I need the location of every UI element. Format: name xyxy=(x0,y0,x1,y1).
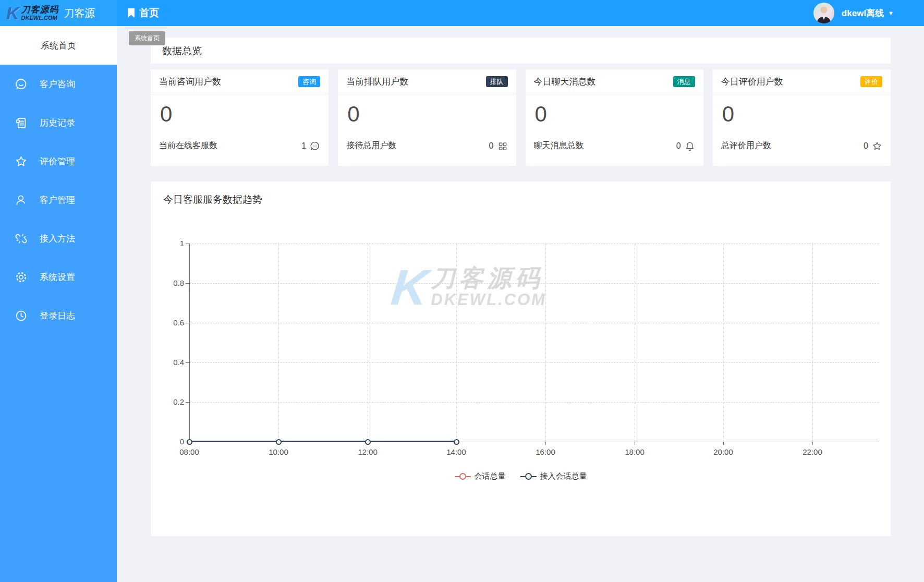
stat-sub-row: 聊天消息总数 0 xyxy=(526,140,703,151)
nav-home-tab[interactable]: 首页 xyxy=(127,0,159,26)
user-name-status: dkewl离线 xyxy=(842,7,884,19)
legend-line xyxy=(466,476,471,477)
chart-legend: 会话总量 接入会话总量 xyxy=(151,471,891,481)
trend-chart-card: 今日客服服务数据趋势 K 刀客源码 DKEWL.COM xyxy=(151,181,891,536)
stat-card-header: 今日评价用户数 评价 xyxy=(713,69,891,94)
x-axis-label: 10:00 xyxy=(262,447,295,456)
bell-icon xyxy=(685,141,695,151)
sidebar-item-rating-management[interactable]: 评价管理 xyxy=(0,142,117,180)
legend-circle-icon xyxy=(525,473,532,480)
h-gridline xyxy=(189,323,879,323)
sidebar: 系统首页 客户咨询 历史记录 评价管理 xyxy=(0,26,117,582)
x-axis-label: 22:00 xyxy=(796,447,829,456)
stat-card-header: 今日聊天消息数 消息 xyxy=(526,69,703,94)
y-tick xyxy=(186,402,189,403)
sidebar-item-login-log[interactable]: 登录日志 xyxy=(0,296,117,335)
status-badge: 消息 xyxy=(673,76,695,88)
sidebar-item-label: 客户管理 xyxy=(40,194,75,206)
star-icon xyxy=(872,141,882,151)
stat-value: 0 xyxy=(713,94,891,126)
legend-circle-icon xyxy=(459,473,466,480)
y-axis-label: 0.6 xyxy=(158,319,184,327)
breadcrumb-tooltip: 系统首页 xyxy=(129,31,165,45)
broken-link-icon xyxy=(15,232,28,245)
legend-line xyxy=(532,476,537,477)
legend-label: 会话总量 xyxy=(475,471,506,481)
sidebar-item-history[interactable]: 历史记录 xyxy=(0,103,117,142)
stat-sub-label: 接待总用户数 xyxy=(346,140,396,151)
chat-smile-icon xyxy=(310,141,320,151)
stat-card-header: 当前排队用户数 排队 xyxy=(338,69,516,94)
sidebar-item-customer-consult[interactable]: 客户咨询 xyxy=(0,65,117,103)
stat-sub-label: 总评价用户数 xyxy=(721,140,771,151)
legend-line xyxy=(455,476,459,477)
sidebar-item-label: 评价管理 xyxy=(40,155,75,167)
status-badge: 评价 xyxy=(860,76,882,88)
watermark: K 刀客源码 DKEWL.COM xyxy=(392,264,546,311)
user-menu[interactable]: dkewl离线 ▼ xyxy=(813,0,894,26)
h-gridline xyxy=(189,244,879,244)
x-axis-label: 12:00 xyxy=(351,447,384,456)
y-axis-label: 1 xyxy=(158,239,184,248)
stat-card-queue-users: 当前排队用户数 排队 0 接待总用户数 0 xyxy=(338,69,516,166)
stat-sub-label: 聊天消息总数 xyxy=(534,140,584,151)
brand-text: 刀客源码 DKEWL.COM xyxy=(21,5,59,21)
sidebar-item-label: 系统设置 xyxy=(40,271,75,283)
stat-card-title: 当前排队用户数 xyxy=(346,76,408,88)
stat-sub-row: 总评价用户数 0 xyxy=(713,140,891,151)
stat-card-header: 当前咨询用户数 咨询 xyxy=(151,69,329,94)
legend-item-session-total[interactable]: 会话总量 xyxy=(455,471,506,481)
sidebar-item-access-method[interactable]: 接入方法 xyxy=(0,219,117,258)
brand-k-icon: K xyxy=(6,4,19,22)
data-point xyxy=(454,439,459,445)
v-gridline xyxy=(368,244,368,442)
v-gridline xyxy=(812,244,813,442)
chevron-down-icon: ▼ xyxy=(888,10,894,16)
chat-smile-icon xyxy=(15,78,28,91)
y-axis-label: 0.8 xyxy=(158,279,184,287)
sidebar-item-system-settings[interactable]: 系统设置 xyxy=(0,258,117,296)
x-axis-label: 08:00 xyxy=(173,447,206,456)
logo[interactable]: K 刀客源码 DKEWL.COM 刀客源 xyxy=(0,0,117,26)
stat-sub-value: 0 xyxy=(676,141,681,151)
site-name: 刀客源 xyxy=(64,6,95,20)
v-gridline xyxy=(456,244,457,442)
stat-card-title: 今日评价用户数 xyxy=(721,76,783,88)
y-axis-line xyxy=(189,244,190,442)
stat-cards-row: 当前咨询用户数 咨询 0 当前在线客服数 1 当前排队用户 xyxy=(151,69,891,166)
watermark-k-icon: K xyxy=(389,264,430,311)
h-gridline xyxy=(189,362,879,363)
x-tick xyxy=(812,442,813,445)
gear-icon xyxy=(15,271,28,284)
x-axis-label: 18:00 xyxy=(618,447,651,456)
y-tick xyxy=(186,244,189,244)
app-root: K 刀客源码 DKEWL.COM 刀客源 首页 dkewl离线 ▼ xyxy=(0,0,924,582)
bookmark-icon xyxy=(127,8,135,18)
v-gridline xyxy=(723,244,724,442)
h-gridline xyxy=(189,402,879,403)
h-gridline xyxy=(189,283,879,284)
clock-icon xyxy=(15,309,28,322)
stat-value: 0 xyxy=(526,94,703,126)
legend-item-joined-session-total[interactable]: 接入会话总量 xyxy=(520,471,587,481)
x-axis-label: 16:00 xyxy=(529,447,562,456)
brand-name-cn: 刀客源码 xyxy=(21,5,59,14)
nav-home-label: 首页 xyxy=(139,6,159,20)
stat-card-title: 当前咨询用户数 xyxy=(159,76,221,88)
star-icon xyxy=(15,155,28,168)
y-axis-label: 0 xyxy=(158,438,184,446)
sidebar-item-customer-management[interactable]: 客户管理 xyxy=(0,180,117,219)
sidebar-active-label: 系统首页 xyxy=(41,40,76,52)
series-line-total-sessions xyxy=(189,441,456,442)
x-tick xyxy=(545,442,546,445)
reception-grid-icon xyxy=(497,141,508,151)
sidebar-item-system-home[interactable]: 系统首页 xyxy=(0,26,117,65)
avatar xyxy=(813,3,834,23)
data-point xyxy=(276,439,282,445)
data-point xyxy=(187,439,192,445)
x-tick xyxy=(723,442,724,445)
y-axis-label: 0.4 xyxy=(158,358,184,367)
y-tick xyxy=(186,362,189,363)
sidebar-item-label: 客户咨询 xyxy=(40,78,75,90)
watermark-text-cn: 刀客源码 xyxy=(431,265,546,290)
